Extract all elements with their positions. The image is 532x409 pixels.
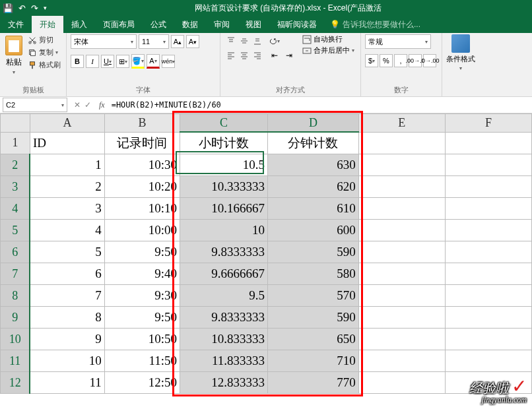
- align-right-button[interactable]: [251, 49, 264, 62]
- cell-E3[interactable]: [358, 176, 445, 198]
- tab-view[interactable]: 视图: [238, 16, 269, 33]
- cell-A3[interactable]: 2: [30, 176, 104, 198]
- cell-F4[interactable]: [445, 198, 531, 220]
- cancel-formula-icon[interactable]: ✕: [74, 100, 81, 110]
- cell-B7[interactable]: 9:40: [104, 263, 180, 285]
- cell-F2[interactable]: [445, 154, 531, 176]
- cell-D1[interactable]: 分钟计数: [268, 132, 359, 154]
- col-head-D[interactable]: D: [268, 114, 359, 133]
- cell-C3[interactable]: 10.333333: [180, 176, 268, 198]
- tab-review[interactable]: 审阅: [206, 16, 238, 33]
- format-painter-button[interactable]: 格式刷: [26, 59, 62, 71]
- fill-color-button[interactable]: 🪣▾: [131, 54, 145, 69]
- spreadsheet-grid[interactable]: ABCDEF1ID记录时间小时计数分钟计数2110:3010.56303210:…: [0, 113, 532, 394]
- cell-E5[interactable]: [358, 220, 445, 241]
- col-head-C[interactable]: C: [180, 114, 268, 133]
- align-center-button[interactable]: [238, 49, 251, 62]
- cell-B6[interactable]: 9:50: [104, 241, 180, 263]
- row-head-4[interactable]: 4: [1, 198, 30, 220]
- col-head-B[interactable]: B: [104, 114, 180, 133]
- cell-C7[interactable]: 9.6666667: [180, 263, 268, 285]
- cell-B10[interactable]: 10:50: [104, 329, 180, 350]
- name-box[interactable]: C2▾: [3, 98, 67, 112]
- cut-button[interactable]: 剪切: [26, 34, 62, 46]
- row-head-2[interactable]: 2: [1, 154, 30, 176]
- cell-E11[interactable]: [358, 350, 445, 372]
- cell-A11[interactable]: 10: [30, 350, 104, 372]
- cell-E8[interactable]: [358, 285, 445, 307]
- cell-A5[interactable]: 4: [30, 220, 104, 241]
- cell-A10[interactable]: 9: [30, 329, 104, 350]
- cell-F11[interactable]: [445, 350, 531, 372]
- cell-B11[interactable]: 11:50: [104, 350, 180, 372]
- align-bottom-button[interactable]: [251, 34, 264, 47]
- cell-F9[interactable]: [445, 307, 531, 329]
- italic-button[interactable]: I: [86, 55, 99, 68]
- wrap-text-button[interactable]: 自动换行: [302, 34, 354, 44]
- row-head-11[interactable]: 11: [1, 350, 30, 372]
- cell-F10[interactable]: [445, 329, 531, 350]
- cell-A4[interactable]: 3: [30, 198, 104, 220]
- cell-C11[interactable]: 11.833333: [180, 350, 268, 372]
- cell-A12[interactable]: 11: [30, 372, 104, 394]
- cell-B9[interactable]: 9:50: [104, 307, 180, 329]
- row-head-3[interactable]: 3: [1, 176, 30, 198]
- cell-C2[interactable]: 10.5: [180, 154, 268, 176]
- cell-E10[interactable]: [358, 329, 445, 350]
- cell-D9[interactable]: 590: [268, 307, 359, 329]
- redo-icon[interactable]: ↷: [31, 3, 38, 13]
- formula-input[interactable]: =HOUR(B2)+MINUTE(B2)/60: [109, 100, 532, 110]
- accept-formula-icon[interactable]: ✓: [84, 100, 91, 110]
- col-head-E[interactable]: E: [358, 114, 445, 133]
- cell-A7[interactable]: 6: [30, 263, 104, 285]
- row-head-12[interactable]: 12: [1, 372, 30, 394]
- decrease-font-button[interactable]: A▾: [186, 35, 199, 48]
- merge-center-button[interactable]: 合并后居中▾: [302, 46, 354, 55]
- cell-D7[interactable]: 580: [268, 263, 359, 285]
- cell-D8[interactable]: 570: [268, 285, 359, 307]
- cell-B3[interactable]: 10:20: [104, 176, 180, 198]
- increase-indent-button[interactable]: ⇥: [283, 49, 296, 62]
- row-head-10[interactable]: 10: [1, 329, 30, 350]
- conditional-format-button[interactable]: 条件格式 ▾: [446, 34, 475, 71]
- decrease-decimal-button[interactable]: .0→.00: [423, 54, 436, 67]
- paste-button[interactable]: 粘贴 ▾: [4, 34, 24, 77]
- cell-C4[interactable]: 10.166667: [180, 198, 268, 220]
- font-color-button[interactable]: A▾: [147, 54, 160, 69]
- orientation-button[interactable]: ⭯▾: [268, 34, 281, 47]
- cell-C8[interactable]: 9.5: [180, 285, 268, 307]
- align-top-button[interactable]: [224, 34, 238, 47]
- row-head-1[interactable]: 1: [1, 132, 30, 154]
- cell-F3[interactable]: [445, 176, 531, 198]
- undo-icon[interactable]: ↶: [18, 3, 26, 13]
- cell-C9[interactable]: 9.8333333: [180, 307, 268, 329]
- underline-button[interactable]: U▾: [101, 55, 114, 68]
- cell-B5[interactable]: 10:00: [104, 220, 180, 241]
- tab-foxit[interactable]: 福昕阅读器: [269, 16, 325, 33]
- cell-E7[interactable]: [358, 263, 445, 285]
- cell-F7[interactable]: [445, 263, 531, 285]
- cell-E1[interactable]: [358, 132, 445, 154]
- tab-file[interactable]: 文件: [0, 16, 32, 33]
- cell-D2[interactable]: 630: [268, 154, 359, 176]
- bold-button[interactable]: B: [71, 55, 84, 68]
- row-head-8[interactable]: 8: [1, 285, 30, 307]
- tab-data[interactable]: 数据: [174, 16, 206, 33]
- increase-font-button[interactable]: A▴: [171, 35, 184, 48]
- cell-F5[interactable]: [445, 220, 531, 241]
- save-icon[interactable]: 💾: [3, 3, 13, 13]
- cell-E12[interactable]: [358, 372, 445, 394]
- cell-C12[interactable]: 12.833333: [180, 372, 268, 394]
- cell-B1[interactable]: 记录时间: [104, 132, 180, 154]
- cell-E9[interactable]: [358, 307, 445, 329]
- copy-button[interactable]: 复制▾: [26, 47, 62, 58]
- tell-me[interactable]: 💡 告诉我您想要做什么...: [330, 16, 420, 33]
- cell-A6[interactable]: 5: [30, 241, 104, 263]
- tab-home[interactable]: 开始: [32, 16, 63, 33]
- cell-C5[interactable]: 10: [180, 220, 268, 241]
- tab-insert[interactable]: 插入: [63, 16, 95, 33]
- decrease-indent-button[interactable]: ⇤: [268, 49, 281, 62]
- cell-B4[interactable]: 10:10: [104, 198, 180, 220]
- col-head-A[interactable]: A: [30, 114, 104, 133]
- cell-A8[interactable]: 7: [30, 285, 104, 307]
